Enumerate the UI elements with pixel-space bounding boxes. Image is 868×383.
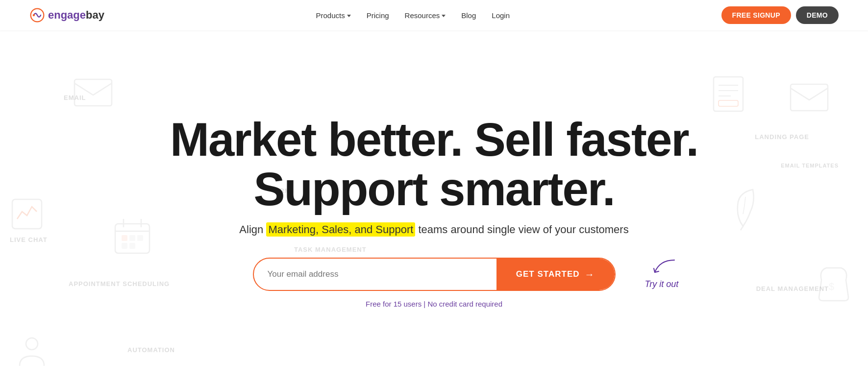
svg-rect-3	[791, 84, 828, 111]
nav-ctas: FREE SIGNUP DEMO	[721, 6, 839, 24]
svg-line-14	[741, 226, 743, 230]
svg-rect-11	[137, 235, 143, 241]
highlight-text: Marketing, Sales, and Support	[266, 222, 415, 237]
nav-item-products[interactable]: Products	[310, 7, 357, 24]
logo[interactable]: engagebay	[29, 7, 104, 23]
get-started-button[interactable]: GET STARTED →	[496, 258, 615, 291]
hero-subtext: Align Marketing, Sales, and Support team…	[170, 223, 698, 236]
svg-rect-16	[714, 77, 743, 111]
hero-section: EMAIL CRM LANDING PAGE EMAIL TEMPLATES L…	[0, 30, 868, 383]
email-form-wrapper: GET STARTED → Try it out	[253, 258, 616, 291]
hero-content: Market better. Sell faster. Support smar…	[170, 115, 698, 309]
svg-rect-5	[115, 224, 149, 253]
try-it-out-label: Try it out	[645, 279, 679, 289]
svg-rect-2	[74, 79, 112, 106]
svg-point-1	[33, 14, 35, 16]
email-input-wrapper: GET STARTED →	[253, 258, 616, 291]
nav-item-resources[interactable]: Resources	[399, 7, 452, 24]
svg-point-21	[26, 338, 38, 350]
arrow-right-icon: →	[585, 269, 595, 280]
chevron-down-icon	[442, 15, 446, 17]
navigation: engagebay Products Pricing Resources Blo…	[0, 0, 868, 30]
bg-label-live-chat: LIVE CHAT	[10, 236, 48, 243]
demo-button[interactable]: DEMO	[796, 6, 839, 24]
hero-headline: Market better. Sell faster. Support smar…	[170, 115, 698, 214]
svg-rect-10	[129, 235, 135, 241]
svg-rect-20	[719, 100, 738, 106]
svg-rect-12	[122, 243, 127, 249]
bg-label-automation: AUTOMATION	[127, 346, 175, 354]
svg-text:$: $	[829, 281, 834, 292]
nav-item-blog[interactable]: Blog	[455, 7, 482, 24]
email-input[interactable]	[254, 269, 496, 279]
try-it-out: Try it out	[645, 258, 679, 289]
get-started-label: GET STARTED	[516, 269, 580, 279]
svg-rect-13	[129, 243, 135, 249]
free-signup-button[interactable]: FREE SIGNUP	[721, 6, 791, 24]
bg-label-appt-sched: APPOINTMENT SCHEDULING	[69, 280, 170, 287]
logo-text: engagebay	[48, 9, 104, 22]
chevron-down-icon	[347, 15, 351, 17]
nav-links: Products Pricing Resources Blog Login	[310, 7, 516, 24]
bg-label-deal-mgmt: DEAL MANAGEMENT	[756, 285, 829, 292]
bg-label-email-templates: EMAIL TEMPLATES	[781, 163, 839, 168]
svg-rect-9	[122, 235, 127, 241]
email-form: GET STARTED → Try it out	[170, 258, 698, 291]
bg-label-landing-page: LANDING PAGE	[755, 133, 809, 141]
bg-label-email: EMAIL	[64, 94, 86, 101]
nav-item-pricing[interactable]: Pricing	[361, 7, 395, 24]
svg-rect-4	[12, 199, 42, 229]
nav-item-login[interactable]: Login	[486, 7, 516, 24]
free-note: Free for 15 users | No credit card requi…	[170, 300, 698, 308]
